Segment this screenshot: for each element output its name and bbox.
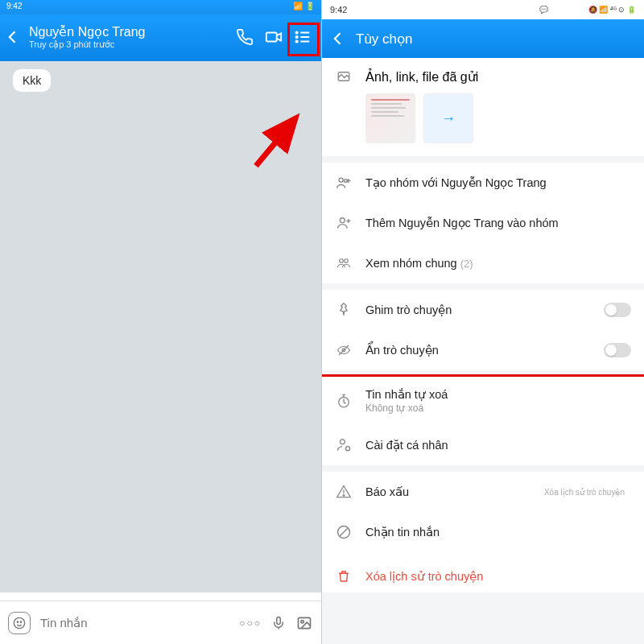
back-icon[interactable] (5, 29, 26, 45)
view-groups-row[interactable]: Xem nhóm chung(2) (322, 243, 644, 283)
contact-info[interactable]: Nguyễn Ngọc Trang Truy cập 3 phút trước (29, 24, 236, 50)
emoji-icon[interactable] (8, 612, 31, 634)
svg-point-19 (340, 259, 344, 263)
media-thumb[interactable] (365, 93, 415, 143)
more-icon[interactable]: ○○○ (239, 617, 262, 629)
delete-history-sublabel: Xóa lịch sử trò chuyện (544, 488, 625, 497)
warning-icon (335, 483, 353, 501)
svg-point-27 (343, 494, 345, 496)
chat-input-bar: ○○○ (0, 601, 321, 644)
video-call-icon[interactable] (265, 28, 283, 46)
contact-name: Nguyễn Ngọc Trang (29, 24, 236, 39)
pin-icon (335, 301, 353, 319)
svg-point-18 (340, 218, 345, 223)
block-icon (335, 523, 353, 541)
svg-rect-0 (266, 33, 277, 42)
create-group-label: Tạo nhóm với Nguyễn Ngọc Trang (365, 176, 631, 189)
microphone-icon[interactable] (271, 614, 286, 632)
status-icons: 💬 🔕 📶 ⁴ᴳ ⊙ 🔋 (539, 6, 636, 14)
chat-screen: 9:42 📶 🔋 Nguyễn Ngọc Trang Truy cập 3 ph… (0, 0, 322, 644)
personal-section: Cài đặt cá nhân (322, 425, 644, 465)
hide-chat-row[interactable]: Ẩn trò chuyện (322, 330, 644, 370)
media-section: Ảnh, link, file đã gửi → (322, 58, 644, 156)
chat-header: Nguyễn Ngọc Trang Truy cập 3 phút trước (0, 14, 321, 61)
auto-delete-label: Tin nhắn tự xoá Không tự xoá (365, 388, 631, 414)
block-label: Chặn tin nhắn (365, 526, 631, 539)
group-add-icon (335, 174, 353, 192)
media-more-icon[interactable]: → (423, 93, 473, 143)
svg-point-11 (20, 621, 21, 622)
chat-messages-area[interactable]: Kkk (0, 61, 321, 592)
status-bar: 9:42 📶 🔋 (0, 0, 321, 14)
menu-highlight-box (287, 23, 320, 56)
pin-chat-row[interactable]: Ghim trò chuyện (322, 290, 644, 330)
media-thumbs: → (365, 93, 631, 143)
person-add-icon (335, 214, 353, 232)
svg-point-14 (301, 620, 303, 622)
personal-settings-row[interactable]: Cài đặt cá nhân (322, 425, 644, 465)
view-groups-label: Xem nhóm chung(2) (365, 257, 631, 270)
image-icon[interactable] (295, 615, 313, 631)
media-label: Ảnh, link, file đã gửi (365, 69, 631, 85)
status-time: 9:42 (330, 5, 347, 14)
settings-header: Tùy chọn (322, 19, 644, 58)
hide-toggle[interactable] (604, 343, 631, 357)
add-to-group-label: Thêm Nguyễn Ngọc Trang vào nhóm (365, 217, 631, 229)
contact-status: Truy cập 3 phút trước (29, 39, 236, 50)
svg-point-16 (339, 178, 343, 182)
svg-point-20 (345, 259, 349, 263)
svg-line-8 (256, 118, 296, 166)
svg-rect-12 (277, 617, 281, 624)
trash-icon (335, 568, 353, 585)
hide-chat-label: Ẩn trò chuyện (365, 344, 591, 357)
svg-point-9 (14, 617, 24, 628)
report-row[interactable]: Báo xấu Xóa lịch sử trò chuyện (322, 472, 644, 512)
message-bubble[interactable]: Kkk (13, 69, 51, 92)
block-row[interactable]: Chặn tin nhắn (322, 512, 644, 552)
back-icon[interactable] (330, 31, 346, 47)
timer-icon (335, 392, 353, 410)
eye-off-icon (335, 341, 353, 359)
personal-settings-label: Cài đặt cá nhân (365, 439, 631, 452)
chat-settings-section: Ghim trò chuyện Ẩn trò chuyện (322, 290, 644, 370)
svg-point-24 (340, 440, 345, 444)
pin-chat-label: Ghim trò chuyện (365, 303, 591, 316)
group-icon (335, 254, 353, 272)
options-screen: 9:42 💬 🔕 📶 ⁴ᴳ ⊙ 🔋 Tùy chọn Ảnh, link, fi… (322, 0, 644, 644)
settings-title: Tùy chọn (356, 31, 412, 47)
settings-body: Ảnh, link, file đã gửi → Tạo nhóm với Ng… (322, 58, 644, 644)
annotation-arrow (248, 109, 312, 174)
auto-delete-section: Tin nhắn tự xoá Không tự xoá (322, 374, 644, 427)
message-input[interactable] (40, 616, 229, 630)
media-row[interactable]: Ảnh, link, file đã gửi → (322, 58, 644, 156)
status-time: 9:42 (6, 2, 22, 13)
actions-section: Báo xấu Xóa lịch sử trò chuyện Chặn tin … (322, 472, 644, 592)
status-icons: 📶 🔋 (293, 2, 315, 13)
user-gear-icon (335, 436, 353, 454)
voice-call-icon[interactable] (236, 28, 254, 46)
status-bar: 9:42 💬 🔕 📶 ⁴ᴳ ⊙ 🔋 (322, 0, 644, 19)
svg-line-29 (340, 528, 348, 536)
auto-delete-row[interactable]: Tin nhắn tự xoá Không tự xoá (322, 377, 644, 425)
pin-toggle[interactable] (604, 303, 631, 317)
delete-history-label: Xóa lịch sử trò chuyện (365, 570, 631, 583)
delete-history-row[interactable]: Xóa lịch sử trò chuyện (322, 552, 644, 592)
group-section: Tạo nhóm với Nguyễn Ngọc Trang Thêm Nguy… (322, 163, 644, 283)
gallery-icon (335, 68, 353, 85)
create-group-row[interactable]: Tạo nhóm với Nguyễn Ngọc Trang (322, 163, 644, 203)
svg-point-10 (17, 621, 18, 622)
add-to-group-row[interactable]: Thêm Nguyễn Ngọc Trang vào nhóm (322, 203, 644, 243)
